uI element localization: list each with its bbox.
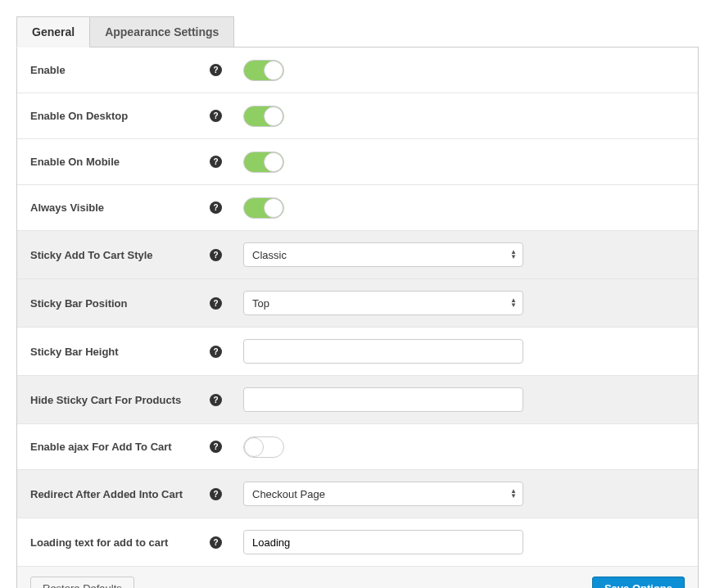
label-cart-style: Sticky Add To Cart Style [30,249,153,261]
settings-panel: Enable ? Enable On Desktop ? Enable On M… [16,47,699,588]
row-enable: Enable ? [17,47,698,93]
toggle-enable-desktop[interactable] [243,106,284,127]
label-always-visible: Always Visible [30,201,104,214]
select-bar-position[interactable]: Top [243,291,523,315]
help-icon[interactable]: ? [210,536,222,549]
label-loading-text: Loading text for add to cart [30,536,168,549]
tab-general[interactable]: General [16,16,90,47]
label-bar-height: Sticky Bar Height [30,346,119,358]
row-hide-products: Hide Sticky Cart For Products ? [17,376,698,424]
help-icon[interactable]: ? [210,394,222,406]
help-icon[interactable]: ? [210,488,222,500]
help-icon[interactable]: ? [210,249,222,261]
row-loading-text: Loading text for add to cart ? [17,518,698,567]
footer: Restore Defaults Save Options [17,567,698,588]
label-hide-products: Hide Sticky Cart For Products [30,394,181,406]
tabs: General Appearance Settings [16,16,699,47]
toggle-enable-mobile[interactable] [243,152,284,173]
input-hide-products[interactable] [243,387,523,412]
help-icon[interactable]: ? [210,110,222,122]
row-always-visible: Always Visible ? [17,185,698,231]
help-icon[interactable]: ? [210,346,222,358]
row-enable-desktop: Enable On Desktop ? [17,93,698,139]
label-redirect: Redirect After Added Into Cart [30,488,183,500]
help-icon[interactable]: ? [210,441,222,453]
help-icon[interactable]: ? [210,64,222,76]
toggle-enable-ajax[interactable] [243,436,284,458]
toggle-enable[interactable] [243,60,284,81]
input-bar-height[interactable] [243,339,523,364]
save-options-button[interactable]: Save Options [592,577,685,588]
help-icon[interactable]: ? [210,297,222,310]
row-redirect: Redirect After Added Into Cart ? Checkou… [17,470,698,518]
row-enable-mobile: Enable On Mobile ? [17,139,698,185]
restore-defaults-button[interactable]: Restore Defaults [30,577,134,588]
row-bar-height: Sticky Bar Height ? [17,328,698,376]
row-cart-style: Sticky Add To Cart Style ? Classic ▲▼ [17,231,698,279]
help-icon[interactable]: ? [210,156,222,168]
input-loading-text[interactable] [243,530,523,554]
tab-appearance[interactable]: Appearance Settings [89,16,234,47]
select-redirect[interactable]: Checkout Page [243,482,523,506]
label-enable-ajax: Enable ajax For Add To Cart [30,441,172,453]
select-cart-style[interactable]: Classic [243,242,523,267]
row-bar-position: Sticky Bar Position ? Top ▲▼ [17,279,698,328]
label-enable: Enable [30,64,66,76]
label-bar-position: Sticky Bar Position [30,297,127,310]
help-icon[interactable]: ? [210,201,222,214]
toggle-always-visible[interactable] [243,197,284,219]
label-enable-mobile: Enable On Mobile [30,156,120,168]
row-enable-ajax: Enable ajax For Add To Cart ? [17,424,698,470]
label-enable-desktop: Enable On Desktop [30,110,128,122]
